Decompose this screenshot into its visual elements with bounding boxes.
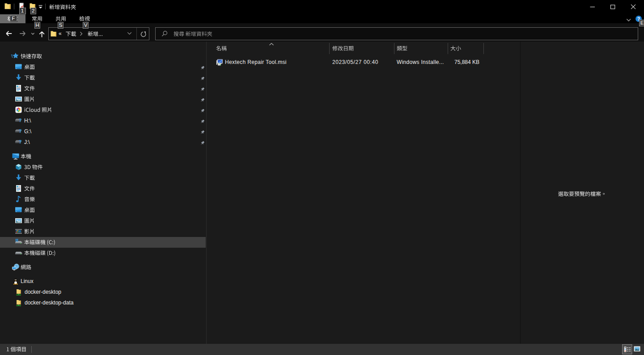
svg-text:?: ? xyxy=(19,139,22,144)
svg-text:?: ? xyxy=(19,128,22,134)
svg-text:?: ? xyxy=(19,118,22,123)
